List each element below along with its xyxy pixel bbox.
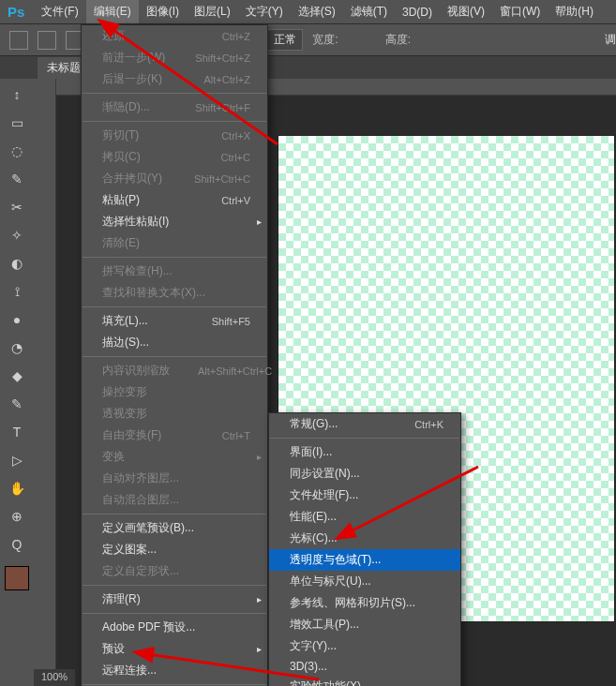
height-label: 高度: [385, 32, 411, 48]
menu-item-label: 文字(Y)... [290, 638, 337, 654]
menu-item-label: 还原 [102, 28, 125, 44]
tool-button-11[interactable]: ✎ [7, 394, 27, 414]
edit-item-34[interactable]: 预设 [82, 638, 267, 660]
menu-item-label: 合并拷贝(Y) [102, 171, 162, 186]
prefs-item-13[interactable]: 实验性功能(X)... [269, 676, 460, 686]
menu-item-shortcut: Shift+F5 [212, 316, 250, 327]
status-bar: 100% [34, 669, 75, 686]
edit-item-13: 拼写检查(H)... [82, 261, 267, 282]
current-tool-icon[interactable] [9, 31, 28, 50]
edit-item-27[interactable]: 定义画笔预设(B)... [82, 517, 267, 539]
menu-item-label: 后退一步(K) [102, 71, 162, 87]
preferences-submenu: 常规(G)...Ctrl+K界面(I)...同步设置(N)...文件处理(F).… [268, 412, 461, 686]
menu-item-label: 渐隐(D)... [102, 99, 150, 115]
menu-item-label: 预设 [102, 641, 125, 657]
menu-item-shortcut: Shift+Ctrl+C [194, 173, 250, 185]
menu-item-label: 增效工具(P)... [290, 617, 359, 633]
edit-item-33[interactable]: Adobe PDF 预设... [82, 617, 267, 638]
tool-button-16[interactable]: Q [7, 534, 27, 555]
edit-item-31[interactable]: 清理(R) [82, 589, 267, 610]
prefs-item-4[interactable]: 文件处理(F)... [269, 485, 460, 506]
prefs-item-11[interactable]: 文字(Y)... [269, 635, 460, 657]
menu-item-label: 自动对齐图层... [102, 470, 179, 486]
menu-select[interactable]: 选择(S) [291, 0, 343, 23]
menu-view[interactable]: 视图(V) [440, 0, 492, 23]
menu-item-shortcut: Ctrl+T [222, 430, 250, 441]
prefs-item-0[interactable]: 常规(G)...Ctrl+K [269, 413, 460, 435]
menubar: Ps 文件(F) 编辑(E) 图像(I) 图层(L) 文字(Y) 选择(S) 滤… [0, 0, 616, 24]
tool-preset-icon[interactable] [38, 31, 56, 50]
tools-panel: ↕▭◌✎✂✧◐⟟●◔◆✎T▷✋⊕Q [0, 79, 34, 590]
menu-item-label: 清除(E) [102, 235, 140, 251]
prefs-item-7[interactable]: 透明度与色域(T)... [269, 549, 460, 571]
style-select[interactable]: 正常 [267, 29, 303, 51]
menu-separator [83, 684, 266, 685]
menu-item-label: 变换 [102, 449, 125, 465]
prefs-item-12[interactable]: 3D(3)... [269, 657, 460, 676]
edit-item-10[interactable]: 选择性粘贴(I) [82, 211, 267, 232]
prefs-item-10[interactable]: 增效工具(P)... [269, 614, 460, 635]
menu-item-label: 自动混合图层... [102, 492, 179, 508]
menu-item-label: 操控变形 [102, 384, 147, 400]
menu-item-label: 透明度与色域(T)... [290, 552, 381, 568]
edit-item-2: 后退一步(K)Alt+Ctrl+Z [82, 68, 267, 90]
tool-button-0[interactable]: ↕ [7, 84, 27, 105]
menu-item-label: 定义自定形状... [102, 563, 179, 579]
menu-item-shortcut: Shift+Ctrl+F [195, 102, 250, 113]
menu-item-label: 描边(S)... [102, 335, 149, 350]
tool-button-1[interactable]: ▭ [7, 112, 27, 133]
menu-item-label: Adobe PDF 预设... [102, 619, 195, 635]
menu-item-shortcut: Shift+Ctrl+Z [195, 52, 250, 64]
tool-button-9[interactable]: ◔ [7, 337, 27, 358]
tool-button-15[interactable]: ⊕ [7, 506, 27, 527]
edit-item-35[interactable]: 远程连接... [82, 660, 267, 681]
edit-item-14: 查找和替换文本(X)... [82, 282, 267, 304]
prefs-item-6[interactable]: 光标(C)... [269, 528, 460, 549]
edit-item-9[interactable]: 粘贴(P)Ctrl+V [82, 189, 267, 211]
menu-separator [270, 438, 459, 439]
foreground-color-swatch[interactable] [5, 566, 29, 590]
edit-item-16[interactable]: 填充(L)...Shift+F5 [82, 310, 267, 332]
tool-button-3[interactable]: ✎ [7, 169, 27, 189]
menu-help[interactable]: 帮助(H) [548, 0, 601, 23]
menu-filter[interactable]: 滤镜(T) [343, 0, 395, 23]
edit-item-11: 清除(E) [82, 232, 267, 254]
menu-image[interactable]: 图像(I) [139, 0, 187, 23]
tool-button-2[interactable]: ◌ [7, 141, 27, 161]
menu-type[interactable]: 文字(Y) [238, 0, 291, 23]
menu-item-label: 填充(L)... [102, 313, 148, 329]
edit-item-17[interactable]: 描边(S)... [82, 332, 267, 353]
prefs-item-5[interactable]: 性能(E)... [269, 506, 460, 528]
menu-3d[interactable]: 3D(D) [395, 2, 440, 22]
prefs-item-2[interactable]: 界面(I)... [269, 441, 460, 463]
tool-button-5[interactable]: ✧ [7, 225, 27, 246]
tool-button-12[interactable]: T [7, 422, 27, 442]
tool-button-14[interactable]: ✋ [7, 478, 27, 499]
menu-edit[interactable]: 编辑(E) [86, 0, 139, 23]
tool-button-6[interactable]: ◐ [7, 253, 27, 274]
menu-separator [83, 306, 266, 307]
tool-button-8[interactable]: ● [7, 309, 27, 330]
prefs-item-9[interactable]: 参考线、网格和切片(S)... [269, 592, 460, 614]
prefs-item-8[interactable]: 单位与标尺(U)... [269, 571, 460, 592]
menu-separator [83, 356, 266, 357]
menu-separator [83, 121, 266, 122]
menu-item-label: 剪切(T) [102, 127, 139, 143]
tool-button-10[interactable]: ◆ [7, 365, 27, 386]
menu-layer[interactable]: 图层(L) [187, 0, 238, 23]
menu-item-label: 查找和替换文本(X)... [102, 285, 205, 301]
tool-button-13[interactable]: ▷ [7, 450, 27, 470]
menu-file[interactable]: 文件(F) [34, 0, 85, 23]
menu-item-label: 单位与标尺(U)... [290, 574, 371, 589]
edit-item-6: 剪切(T)Ctrl+X [82, 125, 267, 146]
menu-item-shortcut: Alt+Shift+Ctrl+C [198, 365, 272, 377]
menu-item-label: 清理(R) [102, 591, 141, 607]
tool-button-4[interactable]: ✂ [7, 197, 27, 217]
tool-button-7[interactable]: ⟟ [7, 281, 27, 302]
menu-item-label: 远程连接... [102, 663, 157, 679]
edit-item-24: 自动对齐图层... [82, 468, 267, 489]
edit-dropdown: 还原Ctrl+Z前进一步(W)Shift+Ctrl+Z后退一步(K)Alt+Ct… [81, 24, 268, 686]
menu-window[interactable]: 窗口(W) [492, 0, 548, 23]
edit-item-28[interactable]: 定义图案... [82, 539, 267, 560]
prefs-item-3[interactable]: 同步设置(N)... [269, 463, 460, 485]
